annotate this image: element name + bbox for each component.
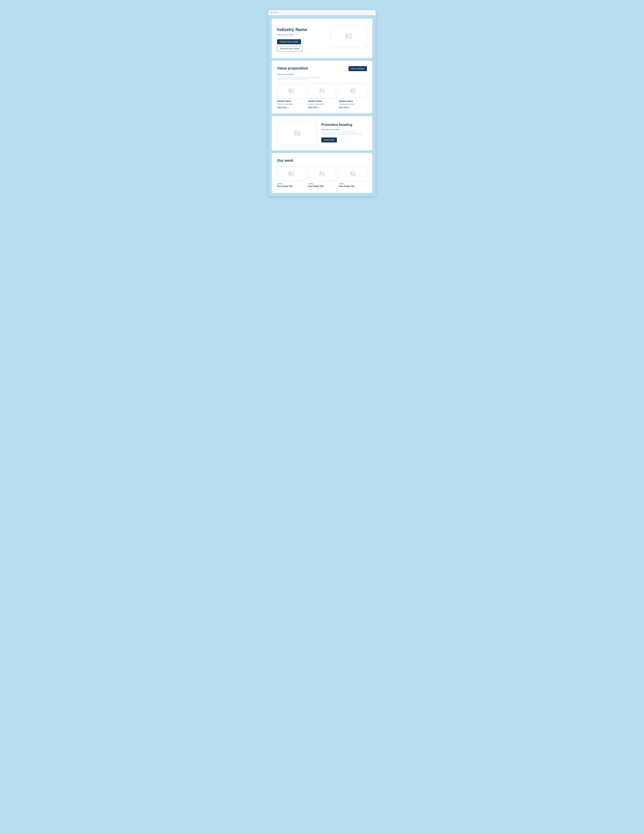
svg-rect-14 (351, 172, 355, 176)
solution-image-1 (277, 83, 305, 99)
solution-desc-1: Solution description (277, 103, 305, 105)
promo-line-3 (321, 134, 362, 135)
value-desc-lines (277, 77, 367, 80)
work-image-icon-3 (350, 172, 355, 176)
work-image-icon-2 (320, 172, 324, 176)
work-image-2 (308, 166, 336, 181)
arrow-icon-2: → (318, 106, 320, 108)
svg-point-1 (347, 35, 348, 36)
solution-image-icon-3 (350, 89, 355, 93)
promo-image-icon (294, 131, 300, 136)
promo-summary: Promotion summary (321, 128, 367, 131)
svg-point-15 (351, 172, 352, 173)
promo-line-1 (321, 132, 355, 132)
hero-section: Industry Name Industry summary Contact c… (272, 19, 372, 58)
arrow-icon-1: → (287, 106, 289, 108)
work-image-3 (339, 166, 367, 181)
our-work-title: Our work (277, 158, 367, 163)
solution-name-1: Solution Name (277, 100, 305, 102)
learn-more-link-2[interactable]: Learn more → (308, 106, 336, 108)
learn-more-link-1[interactable]: Learn more → (277, 106, 305, 108)
promo-learn-more-button[interactable]: Learn more (321, 137, 337, 142)
hero-buttons: Contact call to action Featured call to … (277, 39, 326, 51)
promotion-section: Promotion Heading Promotion summary Lear… (272, 116, 372, 150)
desc-line-1 (277, 77, 321, 77)
solution-image-2 (308, 83, 336, 99)
hero-text: Industry Name Industry summary Contact c… (277, 25, 326, 51)
svg-point-11 (290, 172, 291, 173)
svg-point-13 (321, 172, 321, 173)
work-image-1 (277, 166, 305, 181)
value-section-description: Industry desctption (277, 73, 367, 76)
work-label-1: LABEL (277, 183, 305, 184)
work-image-icon-1 (289, 172, 294, 176)
value-section-header: Value proposition More solutions (277, 66, 367, 71)
featured-cta-button[interactable]: Featured call to action (277, 46, 303, 51)
svg-rect-4 (320, 89, 324, 93)
promo-line-2 (321, 133, 362, 133)
hero-title: Industry Name (277, 27, 326, 32)
solution-desc-3: Solution description (339, 103, 367, 105)
work-label-3: LABEL (339, 183, 367, 184)
svg-point-7 (351, 89, 352, 90)
svg-point-3 (290, 89, 291, 90)
promo-image-placeholder (277, 121, 317, 145)
svg-rect-10 (289, 172, 293, 176)
value-section-title: Value proposition (277, 66, 308, 71)
work-card-2: LABEL Case Study Title (308, 166, 336, 187)
solution-image-3 (339, 83, 367, 99)
work-card-3: LABEL Case Study Title (339, 166, 367, 187)
browser-dot-3 (276, 12, 278, 13)
svg-rect-0 (346, 34, 351, 39)
solution-card-3: Solution Name Solution description Learn… (339, 83, 367, 108)
svg-rect-8 (295, 131, 300, 136)
solution-desc-2: Solution description (308, 103, 336, 105)
work-grid: LABEL Case Study Title LABEL Case Study … (277, 166, 367, 187)
learn-more-link-3[interactable]: Learn more → (339, 106, 367, 108)
svg-rect-6 (351, 89, 355, 93)
contact-cta-button[interactable]: Contact call to action (277, 39, 301, 44)
svg-point-5 (321, 89, 321, 90)
browser-window: Industry Name Industry summary Contact c… (268, 10, 376, 196)
value-proposition-section: Value proposition More solutions Industr… (272, 61, 372, 113)
arrow-icon-3: → (349, 106, 350, 108)
solution-image-icon-1 (289, 89, 294, 93)
page-content: Industry Name Industry summary Contact c… (268, 15, 376, 196)
promo-desc-lines (321, 132, 367, 135)
browser-dot-2 (273, 12, 275, 13)
work-card-title-2: Case Study Title (308, 185, 336, 187)
browser-toolbar (268, 10, 376, 15)
promo-title: Promotion Heading (321, 123, 367, 127)
solution-name-3: Solution Name (339, 100, 367, 102)
solution-image-icon-2 (320, 89, 324, 93)
our-work-section: Our work LABEL Case Study Title (272, 153, 372, 193)
desc-line-3 (277, 79, 307, 80)
more-solutions-button[interactable]: More solutions (349, 66, 367, 71)
hero-image-placeholder (330, 25, 367, 47)
solution-name-2: Solution Name (308, 100, 336, 102)
svg-point-9 (295, 132, 297, 133)
browser-dot-1 (271, 12, 272, 13)
promo-content: Promotion Heading Promotion summary Lear… (321, 121, 367, 142)
svg-rect-2 (289, 89, 293, 93)
work-card-title-3: Case Study Title (339, 185, 367, 187)
hero-image-icon (346, 34, 351, 39)
solutions-grid: Solution Name Solution description Learn… (277, 83, 367, 108)
svg-rect-12 (320, 172, 324, 176)
work-card-title-1: Case Study Title (277, 185, 305, 187)
work-label-2: LABEL (308, 183, 336, 184)
hero-summary: Industry summary (277, 34, 326, 36)
desc-line-2 (277, 78, 321, 79)
work-card-1: LABEL Case Study Title (277, 166, 305, 187)
solution-card-2: Solution Name Solution description Learn… (308, 83, 336, 108)
solution-card-1: Solution Name Solution description Learn… (277, 83, 305, 108)
